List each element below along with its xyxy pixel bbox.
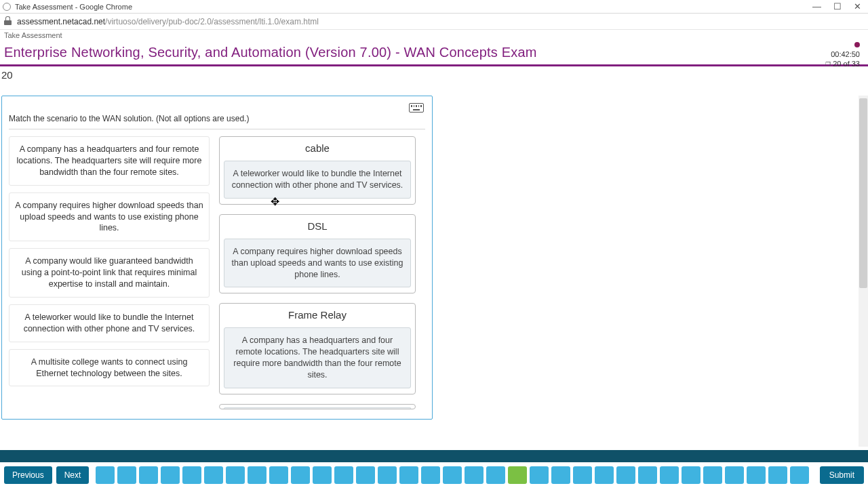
question-cell[interactable] [313,466,332,484]
target-label: Frame Relay [220,304,415,325]
scenario-item[interactable]: A company would like guaranteed bandwidt… [9,248,210,298]
exam-title: Enterprise Networking, Security, and Aut… [4,45,864,60]
question-cell[interactable] [465,466,484,484]
scenario-item[interactable]: A multisite college wants to connect usi… [9,349,210,387]
question-cell[interactable] [421,466,440,484]
question-cell[interactable] [117,466,136,484]
question-panel: Match the scenario to the WAN solution. … [1,96,433,420]
scenario-item[interactable]: A company requires higher download speed… [9,192,210,242]
drop-zone[interactable] [224,407,411,409]
question-cell[interactable] [96,466,115,484]
question-cell[interactable] [638,466,657,484]
target-frame-relay[interactable]: Frame Relay A company has a headquarters… [219,303,416,394]
question-cell[interactable] [573,466,592,484]
question-cell[interactable] [790,466,809,484]
footer-bar: Previous Next Submit [0,462,868,488]
browser-titlebar: Take Assessment - Google Chrome — ☐ ✕ [0,0,868,14]
question-cell[interactable] [551,466,570,484]
question-cell[interactable] [616,466,635,484]
drop-zone[interactable]: A teleworker would like to bundle the In… [224,161,411,199]
scenario-item[interactable]: A teleworker would like to bundle the In… [9,304,210,342]
timer-block: 00:42:50 20 of 33 [825,42,860,68]
question-number: 20 [0,66,868,83]
question-cell[interactable] [443,466,462,484]
target-label: DSL [220,215,415,236]
question-cell[interactable] [269,466,288,484]
maximize-button[interactable]: ☐ [833,1,842,12]
recording-dot-icon [854,42,860,47]
progress-indicator: 20 of 33 [825,60,860,68]
question-cell[interactable] [660,466,679,484]
exam-header: Enterprise Networking, Security, and Aut… [0,39,868,66]
question-cell[interactable] [378,466,397,484]
previous-button[interactable]: Previous [4,466,52,484]
question-cell[interactable] [725,466,744,484]
divider [9,129,425,129]
question-grid [96,466,811,484]
question-cell[interactable] [226,466,245,484]
question-cell[interactable] [747,466,766,484]
breadcrumb: Take Assessment [0,30,868,39]
question-cell[interactable] [356,466,375,484]
close-button[interactable]: ✕ [854,1,861,12]
minimize-button[interactable]: — [812,1,821,12]
next-button[interactable]: Next [56,466,90,484]
question-cell[interactable] [486,466,505,484]
submit-button[interactable]: Submit [820,466,864,484]
question-cell[interactable] [703,466,722,484]
scroll-thumb[interactable] [859,98,867,288]
question-cell[interactable] [334,466,353,484]
scenario-item[interactable]: A company has a headquarters and four re… [9,136,210,186]
footer: Previous Next Submit [0,450,868,488]
scenario-list: A company has a headquarters and four re… [9,136,210,409]
drop-zone[interactable]: A company requires higher download speed… [224,239,411,288]
drop-zone[interactable]: A company has a headquarters and four re… [224,327,411,388]
question-cell[interactable] [182,466,201,484]
target-dsl[interactable]: DSL A company requires higher download s… [219,214,416,294]
target-label: cable [220,137,415,158]
question-cell[interactable] [530,466,549,484]
question-cell[interactable] [204,466,223,484]
lock-icon [4,18,12,25]
url-text: assessment.netacad.net/virtuoso/delivery… [17,17,319,26]
content-area: Match the scenario to the WAN solution. … [0,96,868,447]
footer-band [0,450,868,462]
question-cell[interactable] [595,466,614,484]
target-cable[interactable]: cable A teleworker would like to bundle … [219,136,416,205]
window-title: Take Assessment - Google Chrome [15,3,132,11]
question-cell[interactable] [139,466,158,484]
question-cell[interactable] [508,466,527,484]
timer-value: 00:42:50 [831,50,860,58]
question-cell[interactable] [161,466,180,484]
address-bar[interactable]: assessment.netacad.net/virtuoso/delivery… [0,14,868,30]
question-cell[interactable] [682,466,701,484]
question-prompt: Match the scenario to the WAN solution. … [9,103,425,129]
question-cell[interactable] [291,466,310,484]
vertical-scrollbar[interactable] [859,96,868,447]
question-cell[interactable] [248,466,267,484]
question-cell[interactable] [399,466,418,484]
target-partial[interactable] [219,404,416,409]
favicon [3,3,11,11]
question-cell[interactable] [768,466,787,484]
keyboard-icon[interactable] [409,103,424,113]
window-controls: — ☐ ✕ [812,1,865,12]
target-list: cable A teleworker would like to bundle … [219,136,416,409]
